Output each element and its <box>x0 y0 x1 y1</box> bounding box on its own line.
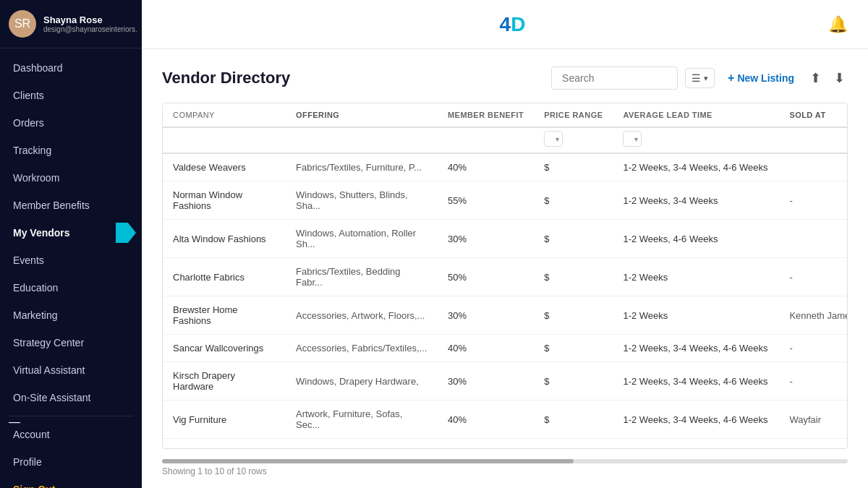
vendor-table-wrapper: COMPANY OFFERING MEMBER BENEFIT PRICE RA… <box>162 103 848 449</box>
cell-company: Charlotte Fabrics <box>163 258 286 296</box>
cell-lead-time: 1-2 Weeks, 3-4 Weeks, 4-6 Weeks <box>613 335 779 362</box>
logo: 4D <box>500 13 526 36</box>
cell-lead-time: 1-2 Weeks, 4-6 Weeks <box>613 220 779 258</box>
col-header-member: MEMBER BENEFIT <box>438 103 534 127</box>
list-view-icon: ☰ <box>692 72 701 84</box>
cell-price-range: $ <box>534 181 613 220</box>
content-area: Vendor Directory ☰ ▾ + New Listing ⬆ ⬇ <box>142 49 868 488</box>
cell-price-range: $ <box>534 296 613 335</box>
sidebar-item-workroom[interactable]: Workroom <box>0 164 142 192</box>
cell-sold-at <box>779 153 848 181</box>
table-row[interactable]: Brewster Home Fashions Accessories, Artw… <box>163 296 848 335</box>
sidebar-nav: Dashboard Clients Orders Tracking Workro… <box>0 48 142 488</box>
cell-price-range: $ <box>534 153 613 181</box>
cell-lead-time: 1-2 Weeks <box>613 296 779 335</box>
table-row[interactable]: Valdese Weavers Fabrics/Textiles, Furnit… <box>163 153 848 181</box>
cell-offering: Accessories, Artwork, Furnitur... <box>286 439 438 450</box>
cell-offering: Accessories, Fabrics/Textiles,... <box>286 335 438 362</box>
cell-price-range: $ <box>534 401 613 439</box>
upload-button[interactable]: ⬆ <box>807 67 824 89</box>
avatar: SR <box>9 10 36 38</box>
plus-icon: + <box>728 72 734 85</box>
cell-offering: Windows, Automation, Roller Sh... <box>286 220 438 258</box>
sidebar-item-member-benefits[interactable]: Member Benefits <box>0 192 142 219</box>
download-button[interactable]: ⬇ <box>831 67 848 89</box>
cell-member-benefit: 30% <box>438 296 534 335</box>
price-filter-select[interactable] <box>544 131 563 147</box>
filter-member <box>438 127 534 153</box>
table-row[interactable]: Charlotte Fabrics Fabrics/Textiles, Bedd… <box>163 258 848 296</box>
sidebar-item-virtual-assistant[interactable]: Virtual Assistant <box>0 356 142 384</box>
table-row[interactable]: Sancar Wallcoverings Accessories, Fabric… <box>163 335 848 362</box>
sidebar-item-clients[interactable]: Clients <box>0 82 142 109</box>
sidebar-item-orders[interactable]: Orders <box>0 109 142 137</box>
sidebar-email: design@shaynaroseinteriors. <box>43 25 137 33</box>
cell-member-benefit: 50% <box>438 258 534 296</box>
cell-member-benefit: 30% <box>438 362 534 401</box>
sidebar-item-events[interactable]: Events <box>0 247 142 274</box>
bell-icon[interactable]: 🔔 <box>828 15 848 34</box>
sidebar-user-info: Shayna Rose design@shaynaroseinteriors. <box>43 14 137 33</box>
vendor-table: COMPANY OFFERING MEMBER BENEFIT PRICE RA… <box>163 103 848 449</box>
content-header: Vendor Directory ☰ ▾ + New Listing ⬆ ⬇ <box>162 67 848 90</box>
cell-offering: Artwork, Furniture, Sofas, Sec... <box>286 401 438 439</box>
cell-offering: Fabrics/Textiles, Furniture, P... <box>286 153 438 181</box>
col-header-lead: AVERAGE LEAD TIME <box>613 103 779 127</box>
cell-lead-time: 1-2 Weeks, 3-4 Weeks <box>613 181 779 220</box>
sidebar-item-profile[interactable]: Profile <box>0 448 142 476</box>
sidebar-item-education[interactable]: Education <box>0 274 142 301</box>
sidebar-item-sign-out[interactable]: Sign Out <box>0 476 142 488</box>
sidebar-item-my-vendors[interactable]: My Vendors <box>0 219 142 247</box>
cell-offering: Windows, Drapery Hardware, <box>286 362 438 401</box>
cell-company: Brewster Home Fashions <box>163 296 286 335</box>
table-row[interactable]: Kirsch Drapery Hardware Windows, Drapery… <box>163 362 848 401</box>
cell-price-range: $ <box>534 220 613 258</box>
table-header-row: COMPANY OFFERING MEMBER BENEFIT PRICE RA… <box>163 103 848 127</box>
cell-offering: Accessories, Artwork, Floors,... <box>286 296 438 335</box>
col-header-offering: OFFERING <box>286 103 438 127</box>
cell-price-range: $ <box>534 362 613 401</box>
filter-price[interactable] <box>534 127 613 153</box>
scrollbar-track[interactable] <box>162 459 848 463</box>
cell-sold-at: - <box>779 181 848 220</box>
table-filter-row <box>163 127 848 153</box>
topbar: 4D 🔔 <box>142 0 868 49</box>
sidebar: SR Shayna Rose design@shaynaroseinterior… <box>0 0 142 488</box>
cell-price-range: $ <box>534 258 613 296</box>
cell-lead-time: 1-2 Weeks <box>613 258 779 296</box>
sidebar-item-account[interactable]: Account <box>0 421 142 448</box>
page-title: Vendor Directory <box>162 69 290 87</box>
cell-member-benefit: 40% <box>438 401 534 439</box>
logo-d: D <box>511 13 525 36</box>
cell-sold-at: - <box>779 258 848 296</box>
col-header-company: COMPANY <box>163 103 286 127</box>
scrollbar-thumb <box>162 459 574 463</box>
new-listing-label: New Listing <box>737 72 794 84</box>
logo-4: 4 <box>500 13 511 36</box>
sidebar-item-dashboard[interactable]: Dashboard <box>0 54 142 82</box>
sidebar-profile[interactable]: SR Shayna Rose design@shaynaroseinterior… <box>0 0 142 48</box>
table-row[interactable]: Norman Window Fashions Windows, Shutters… <box>163 181 848 220</box>
cell-lead-time: 1-2 Weeks, 3-4 Weeks, 4-6 Weeks <box>613 153 779 181</box>
sidebar-item-tracking[interactable]: Tracking <box>0 137 142 164</box>
search-input[interactable] <box>551 67 678 90</box>
sidebar-item-on-site-assistant[interactable]: On-Site Assistant <box>0 384 142 411</box>
cell-company: Alta Window Fashions <box>163 220 286 258</box>
filter-lead[interactable] <box>613 127 779 153</box>
sidebar-username: Shayna Rose <box>43 14 137 25</box>
sidebar-item-strategy-center[interactable]: Strategy Center <box>0 329 142 356</box>
cell-company: Norman Window Fashions <box>163 181 286 220</box>
table-row[interactable]: Alta Window Fashions Windows, Automation… <box>163 220 848 258</box>
col-header-price: PRICE RANGE <box>534 103 613 127</box>
view-toggle-button[interactable]: ☰ ▾ <box>685 68 715 88</box>
sidebar-item-marketing[interactable]: Marketing <box>0 301 142 329</box>
lead-time-filter-select[interactable] <box>623 131 642 147</box>
new-listing-button[interactable]: + New Listing <box>722 68 800 88</box>
cell-company: Dovetail <box>163 439 286 450</box>
cell-sold-at: - <box>779 335 848 362</box>
table-row[interactable]: Vig Furniture Artwork, Furniture, Sofas,… <box>163 401 848 439</box>
table-row[interactable]: Dovetail Accessories, Artwork, Furnitur.… <box>163 439 848 450</box>
cell-sold-at <box>779 439 848 450</box>
cell-member-benefit: 30% <box>438 220 534 258</box>
cell-company: Kirsch Drapery Hardware <box>163 362 286 401</box>
